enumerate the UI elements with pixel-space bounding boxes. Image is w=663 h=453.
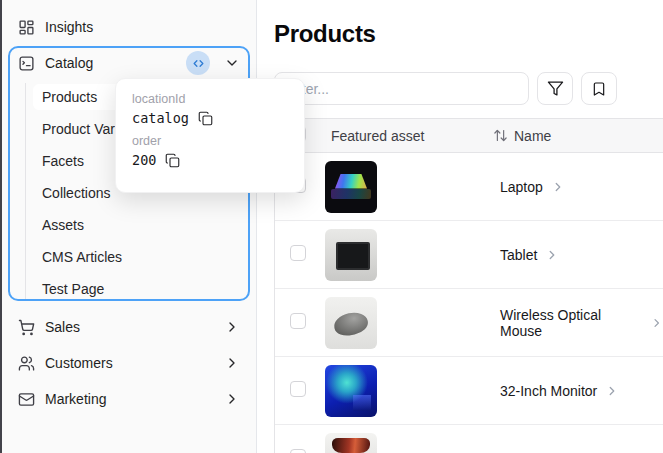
mail-icon <box>18 391 35 408</box>
copy-icon <box>198 111 213 126</box>
copy-button[interactable] <box>165 153 180 168</box>
product-name: Tablet <box>500 247 537 263</box>
page-title: Products <box>274 20 376 48</box>
product-link[interactable]: Wireless Optical Mouse <box>493 307 663 339</box>
sidebar-item-test-page[interactable]: Test Page <box>33 273 242 305</box>
row-checkbox[interactable] <box>290 245 306 261</box>
sidebar-item-label: Marketing <box>45 391 106 407</box>
chevron-down-icon <box>224 55 240 71</box>
table-row[interactable]: Wireless Optical Mouse <box>275 289 663 357</box>
product-image-monitor <box>325 365 377 417</box>
tooltip-field-label: locationId <box>132 92 288 106</box>
square-terminal-icon <box>18 55 35 72</box>
list-controls <box>274 72 617 105</box>
sub-item-label: Test Page <box>42 281 104 297</box>
sidebar-item-sales[interactable]: Sales <box>0 309 256 345</box>
product-name: Wireless Optical Mouse <box>500 307 642 339</box>
table-row[interactable]: Curved Monitor <box>275 425 663 453</box>
sidebar-item-catalog[interactable]: Catalog <box>0 45 256 81</box>
copy-button[interactable] <box>198 111 213 126</box>
arrow-up-down-icon <box>493 128 508 143</box>
users-icon <box>18 355 35 372</box>
tooltip-field-value: catalog <box>132 110 189 126</box>
product-image-laptop <box>325 161 377 213</box>
main-content: Products Featured asset Name <box>258 0 663 453</box>
chevron-right-icon <box>551 180 565 194</box>
sidebar-item-label: Customers <box>45 355 113 371</box>
bookmark-icon <box>591 81 607 97</box>
sidebar-item-cms-articles[interactable]: CMS Articles <box>33 241 242 273</box>
chevron-right-icon <box>224 319 240 335</box>
column-header-featured-asset: Featured asset <box>325 128 493 144</box>
tooltip-field-value: 200 <box>132 152 156 168</box>
chevron-right-icon <box>650 316 663 330</box>
code-icon <box>192 57 205 70</box>
product-link[interactable]: 32-Inch Monitor <box>493 383 663 399</box>
table-header-row: Featured asset Name <box>275 119 663 153</box>
sub-item-label: Products <box>42 89 97 105</box>
product-image-mouse <box>325 297 377 349</box>
sidebar-item-assets[interactable]: Assets <box>33 209 242 241</box>
dev-info-tooltip: locationId catalog order 200 <box>115 78 305 193</box>
product-image-tablet <box>325 229 377 281</box>
table-row[interactable]: Tablet <box>275 221 663 289</box>
table-row[interactable]: 32-Inch Monitor <box>275 357 663 425</box>
row-checkbox[interactable] <box>290 313 306 329</box>
product-image-curved-monitor <box>325 433 377 453</box>
table-row[interactable]: Laptop <box>275 153 663 221</box>
sidebar-item-insights[interactable]: Insights <box>0 9 256 45</box>
filter-button[interactable] <box>537 72 573 105</box>
column-header-name[interactable]: Name <box>493 128 663 144</box>
chevron-right-icon <box>545 248 559 262</box>
app-window: Insights Catalog Products Product Varian… <box>0 0 663 453</box>
filter-input[interactable] <box>274 72 529 105</box>
window-left-edge <box>0 0 2 453</box>
product-link[interactable]: Laptop <box>493 179 663 195</box>
chevron-right-icon <box>605 384 619 398</box>
tooltip-field-label: order <box>132 134 288 148</box>
sub-item-label: Assets <box>42 217 84 233</box>
products-table: Featured asset Name Laptop Tablet <box>274 118 663 453</box>
copy-icon <box>165 153 180 168</box>
dev-mode-badge[interactable] <box>186 51 210 75</box>
column-header-name-label: Name <box>514 128 551 144</box>
product-name: Laptop <box>500 179 543 195</box>
sidebar: Insights Catalog Products Product Varian… <box>0 0 257 453</box>
product-name: 32-Inch Monitor <box>500 383 597 399</box>
sub-item-label: Facets <box>42 153 84 169</box>
funnel-icon <box>547 80 564 97</box>
shopping-cart-icon <box>18 319 35 336</box>
sub-item-label: CMS Articles <box>42 249 122 265</box>
row-checkbox[interactable] <box>290 381 306 397</box>
sidebar-item-label: Catalog <box>45 55 93 71</box>
dashboard-grid-icon <box>18 19 35 36</box>
sidebar-item-label: Insights <box>45 19 93 35</box>
bookmark-button[interactable] <box>581 72 617 105</box>
sidebar-item-marketing[interactable]: Marketing <box>0 381 256 417</box>
row-checkbox[interactable] <box>290 449 306 453</box>
sidebar-item-customers[interactable]: Customers <box>0 345 256 381</box>
sidebar-item-label: Sales <box>45 319 80 335</box>
indent-guide <box>25 83 26 301</box>
chevron-right-icon <box>224 355 240 371</box>
chevron-right-icon <box>224 391 240 407</box>
product-link[interactable]: Tablet <box>493 247 663 263</box>
sub-item-label: Collections <box>42 185 110 201</box>
